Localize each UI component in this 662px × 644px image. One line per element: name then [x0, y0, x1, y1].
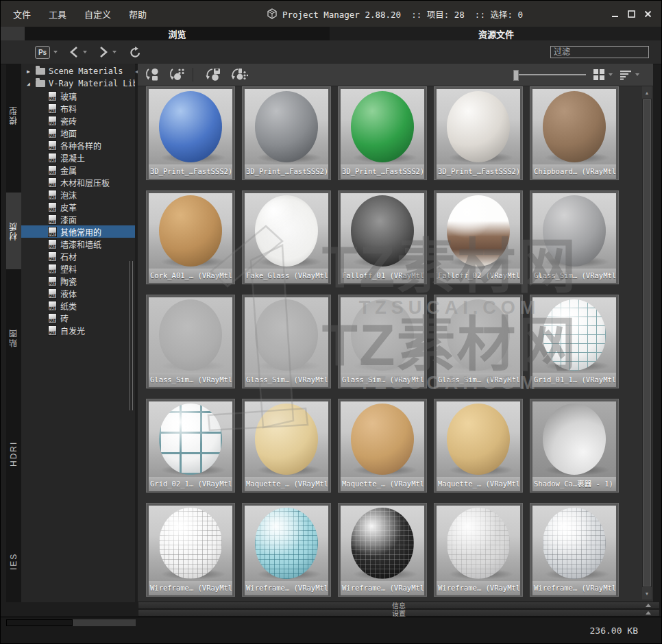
get-material-from-library-button[interactable] [204, 67, 223, 82]
tree-item[interactable]: MAT液体 [21, 287, 135, 299]
tree-item[interactable]: MAT混凝土 [21, 151, 135, 164]
tree-item[interactable]: MAT自发光 [21, 324, 135, 336]
thumbnail-view-button[interactable] [593, 69, 613, 81]
material-sphere [351, 508, 414, 579]
ps-dropdown-caret-icon[interactable] [53, 51, 58, 53]
material-thumbnail [149, 89, 232, 164]
scrollbar-thumb[interactable] [643, 99, 651, 586]
tree-scrollbar[interactable] [130, 261, 133, 410]
material-item[interactable]: Glass_Sim… (VRayMtl) [146, 295, 235, 388]
tree-item[interactable]: MAT漆面 [21, 213, 135, 225]
close-button[interactable] [644, 10, 652, 18]
material-thumbnail [245, 193, 328, 269]
tree-horizontal-scrollbar[interactable] [6, 619, 136, 626]
tree-item[interactable]: MAT陶瓷 [21, 275, 135, 287]
back-button[interactable] [69, 46, 79, 58]
material-item[interactable]: Wireframe… (VRayMtl) [530, 503, 619, 597]
assign-material-to-selection-button[interactable] [168, 67, 186, 82]
material-item[interactable]: Glass_Sim… (VRayMtl) [530, 190, 619, 284]
tree-root-1[interactable]: ◢V-Ray Material Libra [21, 77, 135, 90]
main-tab-bar: 浏览 资源文件 [1, 27, 661, 40]
tree-item[interactable]: MAT皮革 [21, 201, 135, 213]
sidebar-tab-4[interactable]: IES [6, 532, 21, 591]
material-label: Glass_Sim… (VRayMtl) [437, 373, 520, 387]
tree-item[interactable]: MAT泡沫 [21, 188, 135, 201]
tree-item[interactable]: MAT木材和层压板 [21, 176, 135, 188]
slider-thumb[interactable] [513, 70, 519, 81]
material-item[interactable]: Wireframe… (VRayMtl) [338, 503, 427, 597]
sort-order-button[interactable] [620, 69, 639, 80]
tree-item[interactable]: MAT塑料 [21, 262, 135, 275]
material-item[interactable]: Fake_Glass (VRayMtl) [242, 190, 331, 284]
tree-item[interactable]: MAT墙漆和墙纸 [21, 238, 135, 250]
material-item[interactable]: Wireframe… (VRayMtl) [146, 503, 235, 597]
material-item[interactable]: Chipboard… (VRayMtl) [530, 86, 619, 180]
tree-item[interactable]: MAT地面 [21, 127, 135, 139]
sidebar-tab-1[interactable]: 材质 [6, 193, 21, 269]
hscroll-thumb[interactable] [6, 619, 73, 626]
tree-item[interactable]: MAT瓷砖 [21, 114, 135, 127]
material-item[interactable]: Maquette_… (VRayMtl) [434, 399, 523, 493]
thumbnail-size-slider[interactable] [513, 69, 586, 80]
material-item[interactable]: 3D_Print_…FastSSS2) [434, 86, 523, 180]
material-label: Chipboard… (VRayMtl) [532, 164, 616, 179]
material-item[interactable]: Maquette_… (VRayMtl) [338, 399, 427, 493]
tree-root-0[interactable]: ▶Scene Materials [21, 65, 135, 77]
sidebar-tab-3[interactable]: HDRI [6, 419, 21, 488]
tab-browse[interactable]: 浏览 [25, 27, 330, 40]
material-item[interactable]: Wireframe… (VRayMtl) [242, 503, 331, 597]
view-mode-caret-icon[interactable] [609, 73, 613, 76]
sidebar-tab-0[interactable]: 模型 [6, 83, 21, 148]
refresh-button[interactable] [129, 46, 142, 59]
scroll-up-icon[interactable]: ▲ [642, 86, 652, 99]
menu-item-2[interactable]: 自定义 [84, 8, 111, 21]
tree-item[interactable]: MAT布料 [21, 102, 135, 114]
tree-item[interactable]: MAT纸类 [21, 299, 135, 312]
sidebar-tab-2[interactable]: 贴图 [6, 306, 21, 371]
sort-caret-icon[interactable] [635, 73, 639, 76]
update-material-preview-button[interactable] [229, 67, 248, 82]
maximize-button[interactable] [628, 10, 635, 18]
material-label: Grid_01_1… (VRayMtl) [532, 373, 616, 387]
forward-history-caret-icon[interactable] [112, 51, 117, 53]
material-item[interactable]: Shadow_Ca…裹器 - 1) [530, 399, 619, 493]
tree-item[interactable]: MAT各种各样的 [21, 139, 135, 151]
expander-collapsed-icon[interactable]: ▶ [27, 69, 36, 75]
material-item[interactable]: Glass_Sim… (VRayMtl) [434, 295, 523, 388]
menu-item-3[interactable]: 帮助 [129, 8, 147, 21]
tree-item[interactable]: MAT金属 [21, 164, 135, 176]
material-item[interactable]: Falloff_02 (VRayMtl) [434, 190, 523, 284]
back-history-caret-icon[interactable] [83, 51, 87, 53]
scroll-down-icon[interactable]: ▼ [642, 587, 652, 599]
menu-item-1[interactable]: 工具 [49, 8, 66, 21]
minimize-button[interactable] [611, 10, 619, 18]
filter-input[interactable] [550, 46, 649, 58]
assign-material-to-object-button[interactable] [144, 67, 162, 82]
material-item[interactable]: Wireframe… (VRayMtl) [434, 503, 523, 597]
tree-item[interactable]: MAT砖 [21, 312, 135, 324]
material-item[interactable]: Glass_Sim… (VRayMtl) [338, 295, 427, 388]
material-item[interactable]: Maquette_… (VRayMtl) [242, 399, 331, 493]
material-item[interactable]: 3D_Print_…FastSSS2) [146, 86, 235, 180]
tab-asset-files[interactable]: 资源文件 [330, 27, 662, 40]
material-item[interactable]: 3D_Print_…FastSSS2) [338, 86, 427, 180]
mat-icon-text: MAT [49, 330, 56, 335]
material-item[interactable]: Cork_A01_… (VRayMtl) [146, 190, 235, 284]
settings-panel-header[interactable]: 设置 [138, 609, 660, 617]
forward-button[interactable] [98, 46, 109, 58]
tree-item[interactable]: MAT其他常用的 [21, 225, 135, 238]
material-item[interactable]: Grid_02_1… (VRayMtl) [146, 399, 235, 493]
ps-render-engine-button[interactable]: Ps [35, 46, 50, 59]
grid-scrollbar[interactable]: ▲ ▼ [642, 86, 652, 599]
expander-expanded-icon[interactable]: ◢ [27, 81, 36, 87]
menu-item-0[interactable]: 文件 [13, 8, 31, 21]
tree-item[interactable]: MAT玻璃 [21, 90, 135, 102]
tree-root-label: Scene Materials [49, 66, 123, 76]
material-item[interactable]: Glass_Sim… (VRayMtl) [242, 295, 331, 388]
material-thumbnail [149, 297, 232, 373]
material-sphere [255, 508, 318, 579]
material-item[interactable]: Grid_01_1… (VRayMtl) [530, 295, 619, 388]
tree-item[interactable]: MAT石材 [21, 250, 135, 262]
material-item[interactable]: 3D_Print_…FastSSS2) [242, 86, 331, 180]
material-item[interactable]: Falloff_01 (VRayMtl) [338, 190, 427, 284]
